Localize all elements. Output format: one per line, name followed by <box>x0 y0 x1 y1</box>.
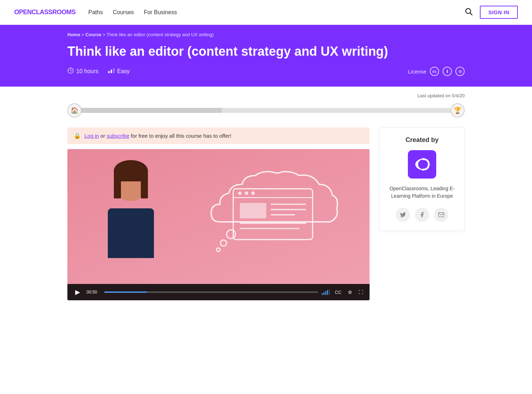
svg-rect-5 <box>113 68 115 73</box>
progress-filled <box>81 108 222 113</box>
hero-meta-left: 10 hours Easy <box>67 67 130 75</box>
svg-point-18 <box>220 240 226 246</box>
login-or: or <box>100 133 107 139</box>
difficulty-label: Easy <box>117 68 130 75</box>
content-right: Created by OpenClassrooms, Leading E-Lea… <box>379 127 465 231</box>
info-icon: ℹ <box>443 67 452 76</box>
video-container: ▶ 00:50 CC ⚙ ⛶ <box>67 149 370 300</box>
circle-icon: ⊙ <box>455 67 465 76</box>
progress-section: 🏠 🏆 <box>67 103 465 117</box>
created-by-card: Created by OpenClassrooms, Leading E-Lea… <box>379 127 465 231</box>
signal-bars-icon <box>322 289 330 295</box>
navbar: OPENCLASSROOMS Paths Courses For Busines… <box>0 0 532 25</box>
login-suffix: for free to enjoy all this course has to… <box>131 133 231 139</box>
nav-courses[interactable]: Courses <box>113 9 134 16</box>
breadcrumb-current: Think like an editor (content strategy a… <box>106 32 214 37</box>
license-area: License cc ℹ ⊙ <box>408 67 465 76</box>
svg-line-1 <box>470 13 472 15</box>
thought-bubble <box>200 160 345 257</box>
navbar-left: OPENCLASSROOMS Paths Courses For Busines… <box>14 9 177 16</box>
email-icon[interactable] <box>434 208 448 222</box>
svg-point-8 <box>238 191 242 195</box>
created-by-title: Created by <box>387 136 457 144</box>
fullscreen-button[interactable]: ⛶ <box>357 289 365 296</box>
nav-business[interactable]: For Business <box>144 9 177 16</box>
social-icons <box>387 208 457 222</box>
nav-paths[interactable]: Paths <box>88 9 103 16</box>
login-link[interactable]: Log in <box>84 133 99 139</box>
navbar-right: SIGN IN <box>464 6 518 19</box>
sign-in-button[interactable]: SIGN IN <box>480 6 518 19</box>
difficulty-meta: Easy <box>108 68 130 75</box>
progress-track[interactable] <box>81 108 451 113</box>
creator-name: OpenClassrooms, Leading E-Learning Platf… <box>387 185 457 200</box>
video-progress[interactable] <box>104 291 318 293</box>
last-updated: Last updated on 5/4/20 <box>67 87 465 103</box>
hero-meta: 10 hours Easy License cc ℹ <box>67 67 465 76</box>
difficulty-icon <box>108 68 115 75</box>
breadcrumb-home[interactable]: Home <box>67 32 80 37</box>
nav-links: Paths Courses For Business <box>88 9 177 16</box>
breadcrumb-course[interactable]: Course <box>85 32 101 37</box>
cc-button[interactable]: CC <box>333 289 343 296</box>
settings-button[interactable]: ⚙ <box>347 289 354 296</box>
logo[interactable]: OPENCLASSROOMS <box>14 9 76 16</box>
content-row: 🔒 Log in or subscribe for free to enjoy … <box>67 127 465 300</box>
play-button[interactable]: ▶ <box>72 287 83 297</box>
creator-logo[interactable] <box>408 150 436 179</box>
login-banner: 🔒 Log in or subscribe for free to enjoy … <box>67 127 370 144</box>
svg-rect-11 <box>240 203 266 218</box>
twitter-icon[interactable] <box>396 208 410 222</box>
cc-icon: cc <box>430 67 439 76</box>
page-title: Think like an editor (content strategy a… <box>67 44 465 59</box>
progress-home-icon: 🏠 <box>67 103 82 117</box>
video-person <box>67 149 194 284</box>
video-controls: ▶ 00:50 CC ⚙ ⛶ <box>67 284 370 300</box>
video-content <box>67 149 370 284</box>
duration-label: 10 hours <box>76 68 98 75</box>
login-text: Log in or subscribe for free to enjoy al… <box>84 133 231 139</box>
license-label: License <box>408 69 426 75</box>
hero-banner: Home > Course > Think like an editor (co… <box>0 25 532 87</box>
breadcrumb-sep1: > <box>82 32 85 37</box>
content-left: 🔒 Log in or subscribe for free to enjoy … <box>67 127 370 300</box>
main-area: Last updated on 5/4/20 🏠 🏆 🔒 Log in or s… <box>53 87 479 300</box>
svg-point-17 <box>227 230 235 239</box>
clock-icon <box>67 67 74 75</box>
progress-trophy-icon: 🏆 <box>450 103 465 117</box>
svg-point-10 <box>251 191 255 195</box>
breadcrumb-sep2: > <box>102 32 106 37</box>
video-progress-fill <box>104 291 147 293</box>
video-time: 00:50 <box>87 290 101 295</box>
svg-point-19 <box>216 248 220 251</box>
svg-point-9 <box>245 191 248 195</box>
svg-point-0 <box>466 9 471 13</box>
svg-rect-3 <box>108 71 110 73</box>
facebook-icon[interactable] <box>415 208 429 222</box>
svg-rect-4 <box>111 70 112 73</box>
duration-meta: 10 hours <box>67 67 98 75</box>
breadcrumb: Home > Course > Think like an editor (co… <box>67 32 465 37</box>
lock-icon: 🔒 <box>74 132 81 139</box>
subscribe-link[interactable]: subscribe <box>107 133 129 139</box>
search-button[interactable] <box>464 7 473 18</box>
